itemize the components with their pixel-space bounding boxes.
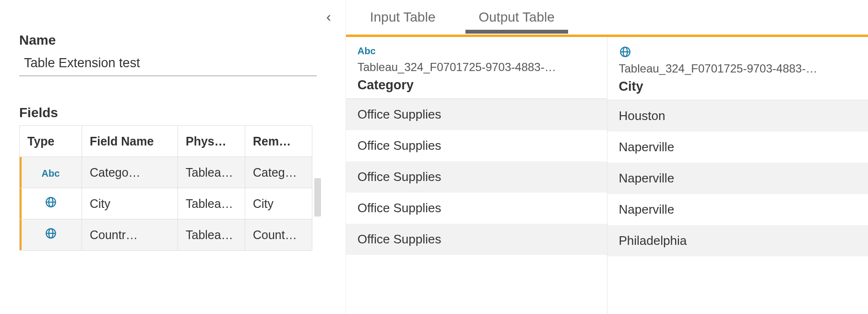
data-cell[interactable]: Naperville <box>607 163 868 194</box>
table-row[interactable]: Countr… Tablea… Count… <box>20 219 312 251</box>
data-cell[interactable]: Office Supplies <box>346 161 607 193</box>
abc-icon: Abc <box>357 46 376 57</box>
column-source: Tableau_324_F0701725-9703-4883-… <box>619 62 857 75</box>
data-cell[interactable]: Naperville <box>607 132 868 163</box>
tab-input-table[interactable]: Input Table <box>365 10 440 25</box>
right-panel: Input Table Output Table Abc Tableau_324… <box>345 0 868 314</box>
data-rows: Houston Naperville Naperville Naperville… <box>607 100 868 256</box>
tabs: Input Table Output Table <box>346 0 868 35</box>
tab-output-table[interactable]: Output Table <box>474 10 559 25</box>
column-name: Category <box>357 78 595 93</box>
name-label: Name <box>19 33 326 48</box>
column-header[interactable]: Tableau_324_F0701725-9703-4883-… City <box>607 37 868 100</box>
column-name: City <box>619 79 857 94</box>
remote-cell[interactable]: Count… <box>245 219 312 251</box>
data-cell[interactable]: Office Supplies <box>346 130 607 161</box>
globe-icon <box>45 196 57 208</box>
fields-table: Type Field Name Phys… Rem… Abc Catego… T… <box>19 125 312 251</box>
remote-cell[interactable]: Categ… <box>245 157 312 188</box>
physical-cell[interactable]: Tablea… <box>178 219 245 251</box>
col-header-type[interactable]: Type <box>20 126 82 157</box>
abc-icon: Abc <box>42 168 60 179</box>
collapse-chevron-icon[interactable]: ‹ <box>326 9 331 25</box>
output-table: Abc Tableau_324_F0701725-9703-4883-… Cat… <box>346 37 868 314</box>
type-cell[interactable]: Abc <box>20 157 82 188</box>
physical-cell[interactable]: Tablea… <box>178 157 245 188</box>
scrollbar-thumb[interactable] <box>314 178 321 217</box>
table-row[interactable]: Abc Catego… Tablea… Categ… <box>20 157 312 188</box>
data-cell[interactable]: Office Supplies <box>346 224 607 255</box>
physical-cell[interactable]: Tablea… <box>178 188 245 219</box>
col-header-remote[interactable]: Rem… <box>245 126 312 157</box>
column-source: Tableau_324_F0701725-9703-4883-… <box>357 60 595 74</box>
app-root: ‹ Name Fields Type Field Name Phys… Rem… <box>0 0 868 314</box>
table-row[interactable]: City Tablea… City <box>20 188 312 219</box>
data-cell[interactable]: Naperville <box>607 194 868 225</box>
data-cell[interactable]: Philadelphia <box>607 225 868 256</box>
field-name-cell[interactable]: Catego… <box>82 157 178 188</box>
fields-scrollbar[interactable] <box>314 125 321 251</box>
left-panel: ‹ Name Fields Type Field Name Phys… Rem… <box>0 0 345 314</box>
field-name-cell[interactable]: City <box>82 188 178 219</box>
type-cell[interactable] <box>20 219 82 251</box>
col-header-physical[interactable]: Phys… <box>178 126 245 157</box>
globe-icon <box>619 46 631 58</box>
fields-table-wrap: Type Field Name Phys… Rem… Abc Catego… T… <box>19 125 326 251</box>
col-header-field-name[interactable]: Field Name <box>82 126 178 157</box>
column-header[interactable]: Abc Tableau_324_F0701725-9703-4883-… Cat… <box>346 37 607 98</box>
data-column-city: Tableau_324_F0701725-9703-4883-… City Ho… <box>607 37 868 314</box>
data-cell[interactable]: Office Supplies <box>346 193 607 224</box>
data-cell[interactable]: Office Supplies <box>346 99 607 130</box>
type-cell[interactable] <box>20 188 82 219</box>
remote-cell[interactable]: City <box>245 188 312 219</box>
data-column-category: Abc Tableau_324_F0701725-9703-4883-… Cat… <box>346 37 607 314</box>
data-rows: Office Supplies Office Supplies Office S… <box>346 99 607 255</box>
field-name-cell[interactable]: Countr… <box>82 219 178 251</box>
data-cell[interactable]: Houston <box>607 100 868 132</box>
fields-header-row: Type Field Name Phys… Rem… <box>20 126 312 157</box>
name-input[interactable] <box>19 51 317 76</box>
globe-icon <box>45 227 57 240</box>
fields-label: Fields <box>19 105 326 121</box>
